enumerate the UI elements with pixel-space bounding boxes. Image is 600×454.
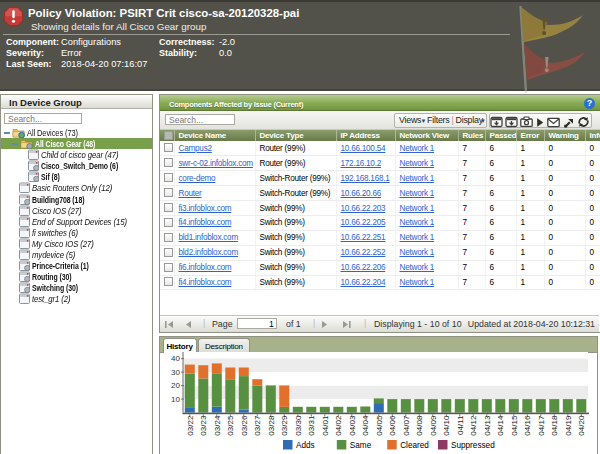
svg-text:04/06: 04/06 [388,415,397,436]
svg-text:03/29: 03/29 [280,415,289,436]
svg-text:04/10: 04/10 [442,415,451,436]
svg-text:03/22: 03/22 [186,415,195,436]
svg-text:04/18: 04/18 [550,415,559,436]
svg-text:04/15: 04/15 [510,415,519,436]
svg-text:Same: Same [350,441,372,450]
svg-text:Adds: Adds [296,441,315,450]
svg-text:04/20: 04/20 [577,415,586,436]
svg-text:04/09: 04/09 [429,415,438,436]
svg-text:04/19: 04/19 [564,415,573,436]
svg-text:04/16: 04/16 [523,415,532,436]
svg-text:03/23: 03/23 [199,415,208,436]
svg-text:04/01: 04/01 [321,415,330,436]
svg-text:03/26: 03/26 [240,415,249,436]
svg-text:03/27: 03/27 [253,415,262,436]
svg-text:04/14: 04/14 [496,415,505,436]
svg-text:Suppressed: Suppressed [451,441,495,450]
svg-text:04/17: 04/17 [537,415,546,436]
svg-text:03/24: 03/24 [213,415,222,436]
svg-text:04/12: 04/12 [469,415,478,436]
svg-text:40: 40 [171,354,180,363]
svg-text:04/11: 04/11 [456,415,465,435]
svg-text:03/30: 03/30 [294,415,303,436]
svg-text:04/05: 04/05 [375,415,384,436]
svg-text:04/13: 04/13 [483,415,492,436]
svg-text:03/31: 03/31 [307,415,316,436]
svg-text:Cleared: Cleared [400,441,429,450]
svg-text:04/08: 04/08 [415,415,424,436]
svg-text:20: 20 [171,381,180,390]
svg-text:!: ! [540,13,548,40]
svg-text:04/07: 04/07 [402,415,411,436]
svg-text:10: 10 [171,395,180,404]
svg-text:04/02: 04/02 [334,415,343,436]
svg-text:03/28: 03/28 [267,415,276,436]
svg-text:!: ! [543,52,551,77]
svg-text:03/25: 03/25 [226,415,235,436]
svg-text:04/03: 04/03 [348,415,357,436]
svg-text:04/04: 04/04 [361,415,370,436]
svg-text:30: 30 [171,368,180,377]
